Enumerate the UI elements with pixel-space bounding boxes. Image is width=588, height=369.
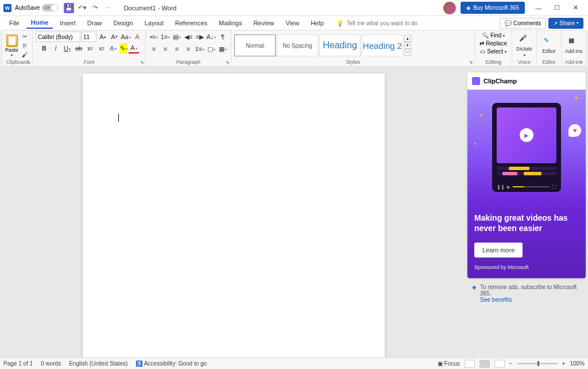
zoom-in-button[interactable]: + bbox=[562, 360, 566, 367]
strikethrough-button[interactable]: ab bbox=[74, 43, 84, 53]
close-button[interactable]: ✕ bbox=[566, 2, 585, 14]
addins-button[interactable]: ▦ Add-ins bbox=[564, 37, 583, 54]
document-area[interactable] bbox=[0, 67, 467, 358]
see-benefits-link[interactable]: See benefits bbox=[480, 297, 581, 303]
user-avatar[interactable] bbox=[443, 2, 456, 14]
styles-launcher[interactable]: ⬊ bbox=[469, 60, 473, 65]
dictate-button[interactable]: 🎤 Dictate ▾ bbox=[515, 34, 533, 57]
decrease-indent-button[interactable]: ◀≡ bbox=[183, 32, 194, 42]
style-heading1[interactable]: Heading bbox=[319, 34, 361, 56]
qat-customize[interactable]: ⋯ bbox=[103, 3, 112, 13]
ad-learn-more-button[interactable]: Learn more bbox=[474, 243, 523, 257]
side-panel: ClipChamp ✦ ✦ ✦ ✦ ▶ ❚❚▶⛶ ♥ bbox=[467, 67, 588, 358]
editor-icon: ✎ bbox=[544, 37, 554, 47]
copy-button[interactable]: ⎘ bbox=[20, 41, 29, 49]
clipboard-launcher[interactable]: ⬊ bbox=[27, 60, 31, 65]
justify-button[interactable]: ≡ bbox=[183, 44, 194, 54]
line-spacing-button[interactable]: ‡≡ bbox=[195, 44, 205, 54]
collapse-ribbon-button[interactable]: ⌄ bbox=[579, 57, 583, 64]
tab-references[interactable]: References bbox=[171, 18, 212, 28]
font-color-button[interactable]: A bbox=[129, 43, 139, 53]
tab-draw[interactable]: Draw bbox=[83, 18, 107, 28]
buy-microsoft-button[interactable]: ◈ Buy Microsoft 365 bbox=[461, 2, 525, 14]
replace-button[interactable]: ⇄Replace bbox=[478, 40, 509, 47]
web-layout-button[interactable] bbox=[494, 360, 505, 368]
sort-button[interactable]: A↓ bbox=[206, 32, 216, 42]
ribbon-tabs: File Home Insert Draw Design Layout Refe… bbox=[0, 16, 588, 30]
bold-button[interactable]: B bbox=[39, 43, 49, 53]
styles-down[interactable]: ▾ bbox=[404, 42, 411, 49]
highlight-button[interactable]: ✎ bbox=[119, 43, 127, 53]
redo-button[interactable]: ↷ bbox=[90, 3, 99, 13]
style-normal[interactable]: Normal bbox=[234, 34, 276, 56]
select-button[interactable]: ▭Select▾ bbox=[478, 48, 508, 55]
format-painter-button[interactable]: 🖌 bbox=[20, 51, 29, 59]
find-button[interactable]: 🔍Find▾ bbox=[480, 32, 506, 39]
editor-button[interactable]: ✎ Editor bbox=[540, 37, 558, 54]
multilevel-list-button[interactable]: ▤ bbox=[172, 32, 182, 42]
paste-button[interactable]: Paste ▾ bbox=[5, 34, 18, 57]
styles-more[interactable]: ⋯ bbox=[404, 49, 411, 56]
ribbon: Paste ▾ ✂ ⎘ 🖌 Clipboard ⬊ A▴ A▾ Aa A B bbox=[2, 30, 586, 67]
tab-home[interactable]: Home bbox=[26, 17, 53, 29]
show-marks-button[interactable]: ¶ bbox=[218, 32, 228, 42]
accessibility-indicator[interactable]: ♿ Accessibility: Good to go bbox=[136, 360, 207, 367]
numbering-button[interactable]: 1≡ bbox=[160, 32, 171, 42]
font-launcher[interactable]: ⬊ bbox=[140, 60, 144, 65]
status-bar: Page 1 of 1 0 words English (United Stat… bbox=[0, 358, 588, 369]
subscript-button[interactable]: x2 bbox=[85, 43, 95, 53]
tell-me-search[interactable]: 💡 Tell me what you want to do bbox=[336, 20, 417, 26]
heart-icon: ♥ bbox=[568, 124, 581, 137]
styles-up[interactable]: ▴ bbox=[404, 35, 411, 42]
read-mode-button[interactable] bbox=[465, 360, 475, 368]
autosave-toggle[interactable]: Off bbox=[42, 4, 58, 11]
print-layout-button[interactable] bbox=[479, 360, 490, 368]
word-count[interactable]: 0 words bbox=[41, 360, 61, 367]
comments-button[interactable]: 💬 Comments bbox=[500, 18, 546, 29]
paragraph-launcher[interactable]: ⬊ bbox=[226, 60, 230, 65]
autosave-control[interactable]: AutoSave Off bbox=[15, 4, 58, 11]
style-no-spacing[interactable]: No Spacing bbox=[277, 34, 318, 56]
undo-button[interactable]: ↶▾ bbox=[78, 3, 87, 13]
shading-button[interactable]: ▢ bbox=[206, 44, 216, 54]
superscript-button[interactable]: x2 bbox=[96, 43, 107, 53]
focus-button[interactable]: ▣ Focus bbox=[438, 360, 460, 367]
tab-file[interactable]: File bbox=[5, 18, 24, 28]
tab-layout[interactable]: Layout bbox=[140, 18, 168, 28]
language-indicator[interactable]: English (United States) bbox=[69, 360, 127, 367]
borders-button[interactable]: ▦ bbox=[218, 44, 228, 54]
bullets-button[interactable]: •≡ bbox=[149, 32, 159, 42]
tab-help[interactable]: Help bbox=[306, 18, 328, 28]
tab-view[interactable]: View bbox=[281, 18, 304, 28]
increase-indent-button[interactable]: ≡▶ bbox=[195, 32, 205, 42]
share-button[interactable]: ↗ Share ▾ bbox=[548, 18, 583, 29]
autosave-label: AutoSave bbox=[15, 5, 40, 11]
font-name-input[interactable] bbox=[36, 32, 80, 42]
align-right-button[interactable]: ≡ bbox=[172, 44, 182, 54]
shrink-font-button[interactable]: A▾ bbox=[109, 32, 119, 42]
underline-button[interactable]: U bbox=[62, 43, 72, 53]
zoom-level[interactable]: 100% bbox=[570, 360, 585, 367]
cut-button[interactable]: ✂ bbox=[20, 32, 29, 40]
page[interactable] bbox=[83, 74, 385, 358]
tab-mailings[interactable]: Mailings bbox=[214, 18, 246, 28]
zoom-out-button[interactable]: − bbox=[509, 360, 513, 367]
align-left-button[interactable]: ≡ bbox=[149, 44, 159, 54]
tab-design[interactable]: Design bbox=[109, 18, 137, 28]
style-heading2[interactable]: Heading 2 bbox=[362, 34, 403, 56]
clear-formatting-button[interactable]: A bbox=[132, 32, 142, 42]
grow-font-button[interactable]: A▴ bbox=[98, 32, 108, 42]
maximize-button[interactable]: ☐ bbox=[548, 2, 566, 14]
zoom-slider[interactable] bbox=[517, 363, 558, 364]
tab-insert[interactable]: Insert bbox=[55, 18, 80, 28]
change-case-button[interactable]: Aa bbox=[121, 32, 131, 42]
tab-review[interactable]: Review bbox=[249, 18, 278, 28]
align-center-button[interactable]: ≡ bbox=[160, 44, 171, 54]
group-voice: 🎤 Dictate ▾ Voice bbox=[512, 30, 537, 66]
page-indicator[interactable]: Page 1 of 1 bbox=[3, 360, 33, 367]
minimize-button[interactable]: — bbox=[529, 2, 548, 14]
font-size-input[interactable] bbox=[82, 32, 96, 42]
text-effects-button[interactable]: A bbox=[108, 43, 118, 53]
italic-button[interactable]: I bbox=[51, 43, 61, 53]
save-button[interactable]: 💾 bbox=[64, 3, 74, 13]
